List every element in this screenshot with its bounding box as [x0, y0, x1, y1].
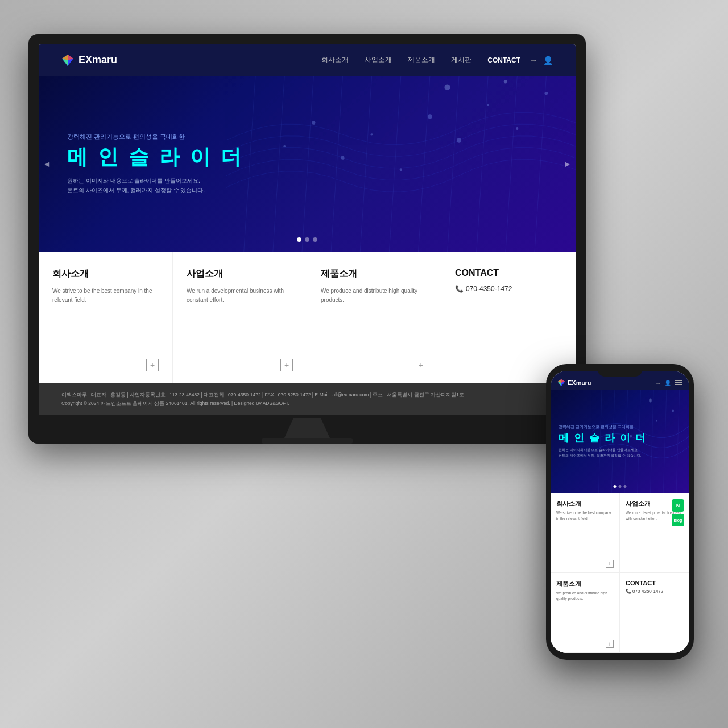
logo-diamond-icon: [61, 54, 74, 67]
svg-point-24: [545, 92, 548, 95]
nav-links: 회사소개 사업소개 제품소개 게시판 CONTACT: [321, 55, 520, 65]
svg-line-5: [273, 76, 284, 252]
services-section: 회사소개 We strive to be the best company in…: [39, 252, 576, 383]
phone-services-section: 회사소개 We strive to be the best company in…: [551, 493, 689, 653]
phone-mockup: EXmaru → 👤: [546, 364, 694, 660]
svg-line-4: [244, 76, 255, 252]
contact-phone-number: 📞 070-4350-1472: [455, 285, 562, 293]
phone-service-title-company: 회사소개: [556, 499, 614, 508]
svg-point-15: [284, 145, 286, 147]
svg-line-8: [361, 76, 372, 252]
site-footer: 이엑스마루 | 대표자 : 홍길동 | 사업자등록번호 : 113-23-484…: [39, 383, 576, 415]
svg-point-40: [656, 420, 657, 422]
service-card-company: 회사소개 We strive to be the best company in…: [39, 252, 173, 383]
phone-slider-dots: [614, 485, 627, 488]
nav-link-company[interactable]: 회사소개: [321, 55, 349, 65]
phone-dot-2[interactable]: [619, 485, 622, 488]
phone-hero-desc2: 폰트의 사이즈에서 두께, 컬러까지 설정할 수 있습니다.: [559, 453, 647, 459]
svg-point-16: [341, 156, 345, 160]
svg-point-20: [312, 121, 316, 125]
hero-dot-3[interactable]: [313, 237, 317, 242]
service-desc-business: We run a developmental business with con…: [187, 287, 293, 305]
service-plus-product[interactable]: +: [415, 359, 427, 371]
naver-blog-icon[interactable]: blog: [672, 514, 684, 526]
phone-plus-company[interactable]: +: [606, 560, 614, 568]
service-title-business: 사업소개: [187, 268, 293, 280]
svg-point-22: [428, 114, 432, 119]
phone-service-company: 회사소개 We strive to be the best company in…: [551, 493, 620, 573]
hero-title: 메 인 슬 라 이 더: [67, 146, 243, 168]
user-icon[interactable]: 👤: [543, 56, 553, 65]
login-icon[interactable]: →: [530, 56, 537, 65]
service-plus-business[interactable]: +: [280, 359, 293, 371]
phone-logo-text: EXmaru: [568, 379, 592, 386]
hero-section: 강력해진 관리기능으로 편의성을 극대화한 메 인 슬 라 이 더 원하는 이미…: [39, 76, 576, 252]
hamburger-line1: [675, 380, 682, 382]
phone-bezel: EXmaru → 👤: [546, 364, 694, 660]
phone-service-business: 사업소개 We run a developmental business wit…: [620, 493, 689, 573]
phone-hero-desc1: 원하는 이미지와 내용으로 슬라이더를 만들어보세요.: [559, 448, 647, 453]
site-navigation: EXmaru 회사소개 사업소개 제품소개 게시판 CONTACT → 👤: [39, 44, 576, 76]
nav-link-board[interactable]: 게시판: [451, 55, 471, 65]
site-logo[interactable]: EXmaru: [61, 54, 117, 67]
svg-point-18: [457, 138, 461, 143]
service-desc-product: We produce and distribute high quality p…: [321, 287, 427, 305]
svg-line-11: [448, 76, 459, 252]
svg-line-37: [676, 390, 680, 493]
service-title-contact: CONTACT: [455, 268, 562, 278]
phone-logo-icon: [557, 379, 565, 387]
svg-line-36: [663, 390, 667, 493]
nav-icon-group: → 👤: [530, 56, 553, 65]
phone-notch: [597, 364, 643, 377]
phone-logo[interactable]: EXmaru: [557, 379, 592, 387]
service-desc-company: We strive to be the best company in the …: [52, 287, 159, 305]
service-card-product: 제품소개 We produce and distribute high qual…: [307, 252, 441, 383]
svg-line-12: [477, 76, 488, 252]
footer-line2: Copyright © 2024 애드앤소프트 홈페이지 상품 24061401…: [61, 399, 553, 407]
phone-hero-section: 강력해진 관리기능으로 편의성을 극대화한 메 인 슬 라 이 더 원하는 이미…: [551, 390, 689, 493]
phone-service-desc-company: We strive to be the best company in the …: [556, 510, 614, 522]
monitor-bezel: EXmaru 회사소개 사업소개 제품소개 게시판 CONTACT → 👤: [28, 34, 586, 444]
phone-service-title-contact: CONTACT: [626, 580, 683, 586]
service-card-business: 사업소개 We run a developmental business wit…: [173, 252, 307, 383]
phone-phone-number: 070-4350-1472: [632, 589, 663, 594]
phone-hero-subtitle: 강력해진 관리기능으로 편의성을 극대화한: [559, 424, 647, 430]
phone-plus-product[interactable]: +: [606, 640, 614, 648]
hamburger-menu[interactable]: [675, 380, 682, 386]
svg-line-35: [651, 390, 654, 493]
hero-content: 강력해진 관리기능으로 편의성을 극대화한 메 인 슬 라 이 더 원하는 이미…: [67, 133, 243, 196]
phone-dot-1[interactable]: [614, 485, 617, 488]
hamburger-line3: [675, 384, 682, 386]
phone-dot-3[interactable]: [624, 485, 627, 488]
svg-point-17: [400, 168, 402, 171]
hero-prev-button[interactable]: ◀: [44, 160, 49, 168]
nav-link-product[interactable]: 제품소개: [408, 55, 435, 65]
svg-point-25: [445, 85, 450, 90]
svg-point-26: [504, 80, 507, 83]
nav-link-business[interactable]: 사업소개: [365, 55, 392, 65]
footer-line1: 이엑스마루 | 대표자 : 홍길동 | 사업자등록번호 : 113-23-484…: [61, 391, 553, 399]
hero-subtitle: 강력해진 관리기능으로 편의성을 극대화한: [67, 133, 243, 141]
wave-background-svg: [226, 76, 576, 252]
phone-contact-phone: 📞 070-4350-1472: [626, 589, 683, 594]
hero-next-button[interactable]: ▶: [565, 160, 570, 168]
monitor-stand: [262, 418, 353, 444]
svg-point-19: [516, 127, 519, 130]
hero-dot-2[interactable]: [305, 237, 309, 242]
svg-line-9: [390, 76, 401, 252]
phone-service-contact: CONTACT 📞 070-4350-1472: [620, 573, 689, 653]
nav-link-contact[interactable]: CONTACT: [487, 56, 520, 64]
naver-n-icon[interactable]: N: [672, 499, 684, 512]
hero-slider-dots: [297, 237, 317, 242]
phone-service-title-product: 제품소개: [556, 580, 614, 588]
hero-dot-1[interactable]: [297, 237, 301, 242]
svg-line-6: [302, 76, 313, 252]
service-title-product: 제품소개: [321, 268, 427, 280]
phone-login-icon[interactable]: →: [655, 380, 661, 386]
phone-user-icon[interactable]: 👤: [664, 380, 671, 386]
blog-icons-group: N blog: [672, 499, 684, 526]
phone-phone-icon: 📞: [626, 589, 631, 594]
svg-line-7: [331, 76, 342, 252]
hero-desc-line1: 원하는 이미지와 내용으로 슬라이더를 만들어보세요.: [67, 176, 243, 185]
service-plus-company[interactable]: +: [146, 359, 159, 371]
